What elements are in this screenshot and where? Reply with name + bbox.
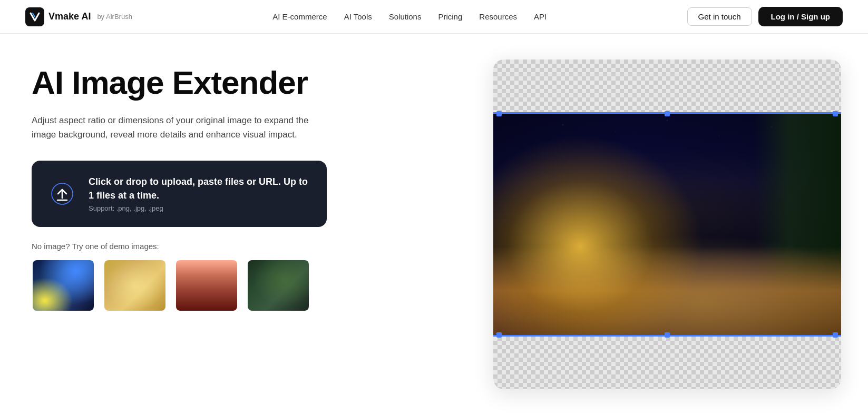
navigation: Vmake AI by AirBrush AI E-commerce AI To… [0,0,868,34]
nav-actions: Get in touch Log in / Sign up [687,7,843,26]
demo-label: No image? Try one of demo images: [32,242,446,251]
upload-box[interactable]: Click or drop to upload, paste files or … [32,161,327,226]
demo-image-3 [176,260,237,311]
right-panel [477,34,868,415]
demo-thumb-forest-water[interactable] [247,259,310,312]
upload-support-text: Support: .png, .jpg, .jpeg [89,204,310,212]
bottom-transparent-area [493,337,841,389]
logo[interactable]: Vmake AI by AirBrush [25,7,132,26]
top-transparent-area [493,60,841,112]
nav-ai-ecommerce[interactable]: AI E-commerce [272,12,327,21]
logo-text: Vmake AI [48,11,91,22]
handle-bottom-right[interactable] [833,332,838,338]
painting-overlay [493,114,841,335]
logo-by: by AirBrush [97,13,132,21]
page-title: AI Image Extender [32,65,446,101]
demo-thumb-golden-field[interactable] [103,259,167,312]
nav-pricing[interactable]: Pricing [438,12,462,21]
demo-image-4 [248,260,309,311]
upload-main-text: Click or drop to upload, paste files or … [89,175,310,202]
nav-solutions[interactable]: Solutions [389,12,422,21]
get-in-touch-button[interactable]: Get in touch [687,7,752,26]
handle-bottom-left[interactable] [496,332,502,338]
nav-api[interactable]: API [534,12,547,21]
demo-image-1 [33,260,94,311]
upload-icon [48,180,76,208]
preview-container [493,60,841,389]
demo-images [32,259,446,312]
handle-top-mid[interactable] [665,111,670,116]
cafe-terrace-painting [493,114,841,335]
nav-resources[interactable]: Resources [479,12,517,21]
image-wrapper [493,112,841,337]
handle-top-left[interactable] [496,111,502,116]
left-panel: AI Image Extender Adjust aspect ratio or… [0,34,477,415]
upload-text: Click or drop to upload, paste files or … [89,175,310,212]
login-signup-button[interactable]: Log in / Sign up [758,7,843,26]
handle-bottom-mid[interactable] [665,332,670,338]
main-content: AI Image Extender Adjust aspect ratio or… [0,34,868,415]
demo-thumb-red-canyon[interactable] [175,259,238,312]
logo-icon [25,7,44,26]
demo-thumb-starry-night[interactable] [32,259,95,312]
demo-image-2 [104,260,165,311]
handle-top-right[interactable] [833,111,838,116]
nav-links: AI E-commerce AI Tools Solutions Pricing… [272,12,547,21]
page-description: Adjust aspect ratio or dimensions of you… [32,113,327,142]
nav-ai-tools[interactable]: AI Tools [344,12,372,21]
